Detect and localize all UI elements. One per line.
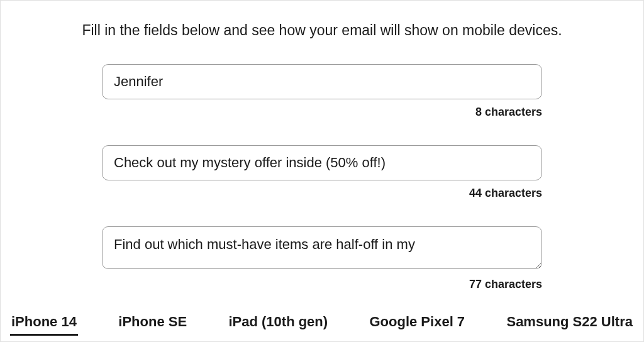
tab-samsung-s22-ultra[interactable]: Samsung S22 Ultra xyxy=(505,310,634,336)
sender-field-group: 8 characters xyxy=(102,64,542,119)
sender-char-count: 8 characters xyxy=(102,106,542,119)
preheader-input[interactable]: Find out which must-have items are half-… xyxy=(102,226,542,269)
form-area: 8 characters 44 characters Find out whic… xyxy=(102,64,542,291)
instruction-text: Fill in the fields below and see how you… xyxy=(48,22,596,39)
subject-field-group: 44 characters xyxy=(102,145,542,200)
device-tabs: iPhone 14 iPhone SE iPad (10th gen) Goog… xyxy=(0,310,644,336)
tab-google-pixel-7[interactable]: Google Pixel 7 xyxy=(368,310,466,336)
tab-iphone-se[interactable]: iPhone SE xyxy=(117,310,188,336)
tab-ipad-10th-gen[interactable]: iPad (10th gen) xyxy=(227,310,329,336)
sender-input[interactable] xyxy=(102,64,542,99)
preheader-char-count: 77 characters xyxy=(102,278,542,291)
preheader-field-group: Find out which must-have items are half-… xyxy=(102,226,542,291)
subject-char-count: 44 characters xyxy=(102,187,542,200)
form-container: Fill in the fields below and see how you… xyxy=(1,1,643,291)
tab-iphone-14[interactable]: iPhone 14 xyxy=(10,310,78,336)
subject-input[interactable] xyxy=(102,145,542,180)
